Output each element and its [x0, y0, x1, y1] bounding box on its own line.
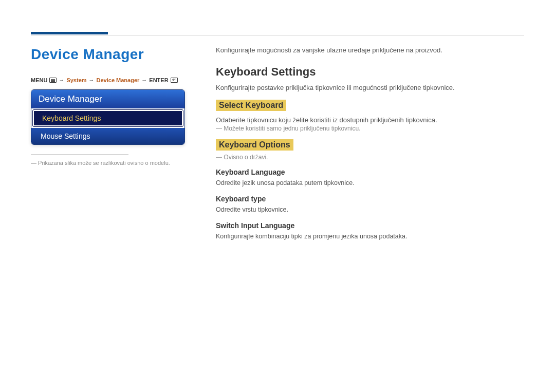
- right-column: Konfigurirajte mogućnosti za vanjske ula…: [216, 46, 524, 248]
- breadcrumb-system: System: [66, 77, 86, 83]
- keyboard-settings-desc: Konfigurirajte postavke priključka tipko…: [216, 84, 524, 91]
- intro-text: Konfigurirajte mogućnosti za vanjske ula…: [216, 46, 524, 54]
- breadcrumb-enter-label: ENTER: [149, 77, 168, 83]
- divider: [31, 154, 128, 155]
- keyboard-options-note: Ovisno o državi.: [216, 154, 524, 161]
- switch-input-language-desc: Konfigurirajte kombinaciju tipki za prom…: [216, 233, 524, 240]
- panel-item-mouse-settings[interactable]: Mouse Settings: [31, 128, 184, 144]
- footnote-model: Prikazana slika može se razlikovati ovis…: [31, 160, 185, 166]
- keyboard-language-desc: Odredite jezik unosa podataka putem tipk…: [216, 179, 524, 186]
- section-select-keyboard: Select Keyboard: [216, 100, 286, 111]
- select-keyboard-desc: Odaberite tipkovnicu koju želite koristi…: [216, 116, 524, 124]
- breadcrumb-arrow: →: [59, 77, 64, 83]
- panel-header: Device Manager: [31, 90, 184, 108]
- subsection-keyboard-type: Keyboard type: [216, 195, 524, 203]
- top-rule: [31, 35, 524, 35]
- enter-icon: [171, 78, 178, 83]
- subsection-keyboard-language: Keyboard Language: [216, 168, 524, 176]
- subsection-switch-input-language: Switch Input Language: [216, 221, 524, 230]
- menu-icon: [49, 78, 57, 83]
- page-content: Device Manager MENU → System → Device Ma…: [31, 46, 524, 248]
- breadcrumb-arrow: →: [89, 77, 95, 83]
- top-accent-bar: [31, 32, 108, 34]
- select-keyboard-note: Možete koristiti samo jednu priključenu …: [216, 125, 524, 132]
- breadcrumb: MENU → System → Device Manager → ENTER: [31, 77, 185, 83]
- section-keyboard-options: Keyboard Options: [216, 139, 293, 151]
- device-manager-panel: Device Manager Keyboard Settings Mouse S…: [31, 89, 185, 145]
- breadcrumb-arrow: →: [141, 77, 147, 83]
- page-title: Device Manager: [31, 46, 185, 63]
- left-column: Device Manager MENU → System → Device Ma…: [31, 46, 185, 248]
- breadcrumb-device-manager: Device Manager: [97, 77, 140, 83]
- section-keyboard-settings: Keyboard Settings: [216, 65, 524, 79]
- panel-item-keyboard-settings[interactable]: Keyboard Settings: [33, 110, 183, 126]
- breadcrumb-menu-label: MENU: [31, 77, 47, 83]
- keyboard-type-desc: Odredite vrstu tipkovnice.: [216, 206, 524, 213]
